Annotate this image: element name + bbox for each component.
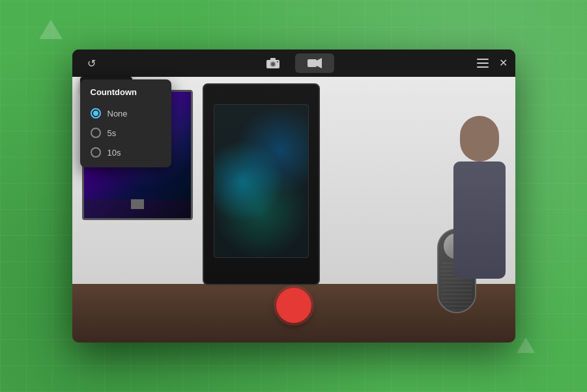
app-window: ↺ <box>72 49 515 343</box>
person-silhouette <box>450 116 509 298</box>
pc-window <box>214 104 309 258</box>
radio-10s <box>91 147 101 158</box>
svg-rect-3 <box>270 58 276 61</box>
photo-icon <box>266 58 279 68</box>
title-bar: ↺ <box>72 49 515 77</box>
svg-point-2 <box>271 63 274 66</box>
title-bar-center <box>253 53 334 73</box>
photo-tab[interactable] <box>253 53 293 73</box>
pc-glow <box>214 105 308 257</box>
refresh-button[interactable]: ↺ <box>80 53 104 73</box>
svg-rect-5 <box>308 59 317 67</box>
countdown-panel-title: Countdown <box>80 87 171 104</box>
svg-rect-4 <box>277 61 278 63</box>
person-body <box>453 161 506 279</box>
close-button[interactable]: ✕ <box>499 58 508 68</box>
title-bar-left: ↺ <box>80 53 104 73</box>
menu-line-1 <box>477 59 489 60</box>
menu-button[interactable] <box>477 59 489 68</box>
bg-decoration-1 <box>39 20 63 39</box>
countdown-none-label: None <box>107 109 128 119</box>
monitor-stand <box>131 199 144 209</box>
countdown-10s-label: 10s <box>107 148 121 158</box>
video-icon <box>308 58 322 68</box>
svg-marker-6 <box>317 58 322 68</box>
radio-dot-none <box>93 111 98 116</box>
bg-decoration-2 <box>517 337 535 353</box>
countdown-5s-label: 5s <box>107 128 117 138</box>
person-head <box>460 116 499 161</box>
countdown-option-5s[interactable]: 5s <box>80 123 171 143</box>
title-bar-right: ✕ <box>477 58 508 68</box>
countdown-option-none[interactable]: None <box>80 104 171 123</box>
radio-none <box>91 108 101 119</box>
radio-5s <box>91 128 101 138</box>
record-button[interactable] <box>276 288 311 323</box>
pc-case <box>203 83 320 285</box>
video-tab[interactable] <box>295 53 334 73</box>
menu-line-2 <box>477 63 489 64</box>
menu-line-3 <box>477 66 489 68</box>
countdown-dropdown: Countdown None 5s 10s <box>80 79 171 167</box>
countdown-option-10s[interactable]: 10s <box>80 143 171 162</box>
refresh-icon: ↺ <box>87 57 96 70</box>
